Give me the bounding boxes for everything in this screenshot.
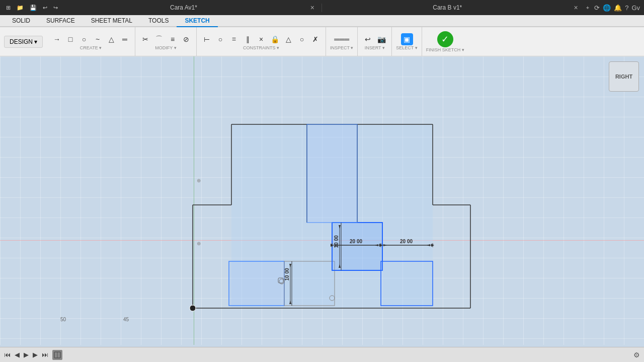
timeline-marker[interactable] [52, 350, 62, 360]
insert-tools: ↩ 📷 [362, 33, 387, 45]
equal-constraint[interactable]: = [228, 33, 240, 45]
dim-10-vert-center: 10 00 [334, 235, 339, 248]
undo-button[interactable]: ↩ [41, 4, 49, 12]
constraints-section: ⊢ ○ = ∥ × 🔒 △ ○ ✗ CONSTRAINTS ▾ [197, 27, 326, 56]
tab-surface[interactable]: SURFACE [38, 15, 83, 27]
break-tool[interactable]: ⊘ [180, 33, 192, 45]
left-window-title: Cara Av1* [62, 4, 305, 11]
rect-tool[interactable]: □ [64, 33, 76, 45]
right-window-close[interactable]: × [571, 4, 581, 12]
insert-image-tool[interactable]: ↩ [362, 33, 374, 45]
create-label: CREATE ▾ [80, 45, 102, 50]
browse-icon[interactable]: 🌐 [603, 4, 611, 12]
select-section: ▣ SELECT ▾ [392, 27, 422, 56]
constraints-label: CONSTRAINTS ▾ [243, 45, 279, 50]
insert-label: INSERT ▾ [365, 45, 385, 50]
offset-tool[interactable]: ≡ [167, 33, 179, 45]
svg-text:⊕: ⊕ [197, 178, 201, 183]
inspect-tools: ═══ [336, 33, 348, 45]
sketch-svg: ⊕ ⊕ [0, 56, 644, 345]
line-tool[interactable]: → [51, 33, 63, 45]
parallel-constraint[interactable]: ∥ [242, 33, 254, 45]
svg-rect-11 [229, 261, 284, 306]
play-button[interactable]: ▶ [24, 351, 29, 358]
inspect-label: INSPECT ▾ [330, 45, 353, 50]
circle-tool[interactable]: ○ [78, 33, 90, 45]
title-bar: ⊞ 📁 💾 ↩ ↪ Cara Av1* × Cara B v1* × + ⟳ 🌐… [0, 0, 644, 15]
app-grid-button[interactable]: ⊞ [4, 4, 13, 12]
smooth-constraint[interactable]: ○ [296, 33, 308, 45]
trim-tool[interactable]: ✂ [139, 33, 151, 45]
inspect-section: ═══ INSPECT ▾ [326, 27, 358, 56]
svg-rect-15 [307, 124, 357, 223]
nav-icons: × + ⟳ 🌐 🔔 ? Gv [571, 4, 640, 12]
tab-sketch[interactable]: SKETCH [177, 15, 217, 27]
help-icon[interactable]: ? [625, 4, 628, 12]
play-next-button[interactable]: ▶ [33, 351, 38, 358]
tab-solid[interactable]: SOLID [4, 15, 38, 27]
right-window-title: Cara B v1* [326, 4, 569, 11]
insert-dxf-tool[interactable]: 📷 [375, 33, 387, 45]
mirror-tool[interactable]: ═ [119, 33, 131, 45]
file-button[interactable]: 📁 [15, 4, 26, 12]
select-tools: ▣ [401, 33, 413, 45]
svg-point-37 [190, 305, 196, 311]
lock-constraint[interactable]: 🔒 [269, 33, 281, 45]
notification-icon[interactable]: 🔔 [614, 4, 622, 12]
select-tool[interactable]: ▣ [401, 33, 413, 45]
dim-20-right: 20 00 [400, 239, 413, 244]
finish-sketch-label: FINISH SKETCH ▾ [426, 47, 464, 52]
design-button[interactable]: DESIGN ▾ [4, 36, 43, 48]
axis-label-1: 50 [60, 317, 66, 322]
play-prev-button[interactable]: ◀ [15, 351, 20, 358]
fillet-tool[interactable]: ⌒ [153, 33, 165, 45]
tab-tools[interactable]: TOOLS [140, 15, 177, 27]
spline-tool[interactable]: ~ [92, 33, 104, 45]
finish-sketch-section: ✓ FINISH SKETCH ▾ [422, 27, 468, 56]
axis-label-2: 45 [123, 317, 129, 322]
finish-sketch-button[interactable]: ✓ [437, 31, 453, 47]
cursor-position [349, 288, 353, 292]
dim-10-vert-left: 10 00 [284, 268, 290, 280]
dim-20-left: 20 00 [350, 239, 362, 244]
add-tab-button[interactable]: + [584, 4, 591, 12]
sym-constraint[interactable]: ✗ [309, 33, 321, 45]
polygon-tool[interactable]: △ [105, 33, 117, 45]
main-toolbar: DESIGN ▾ → □ ○ ~ △ ═ CREATE ▾ ✂ ⌒ ≡ ⊘ MO… [0, 27, 644, 56]
bottom-bar: ⏮ ◀ ▶ ▶ ⏭ ⚙ [0, 347, 644, 362]
redo-button[interactable]: ↪ [51, 4, 60, 12]
sketch-tabs: SOLID SURFACE SHEET METAL TOOLS SKETCH [0, 15, 644, 27]
horizontal-constraint[interactable]: ⊢ [201, 33, 213, 45]
main-canvas[interactable]: RIGHT [0, 56, 644, 345]
play-last-button[interactable]: ⏭ [42, 351, 48, 358]
save-button[interactable]: 💾 [28, 4, 39, 12]
tangent-constraint[interactable]: △ [282, 33, 294, 45]
right-window: Cara B v1* × + ⟳ 🌐 🔔 ? Gv [322, 4, 644, 12]
modify-section: ✂ ⌒ ≡ ⊘ MODIFY ▾ [135, 27, 197, 56]
perp-constraint[interactable]: × [255, 33, 267, 45]
svg-rect-14 [381, 261, 433, 306]
modify-tools: ✂ ⌒ ≡ ⊘ [139, 33, 192, 45]
vertical-constraint[interactable]: ○ [214, 33, 226, 45]
measure-tool[interactable]: ═══ [336, 33, 348, 45]
refresh-icon[interactable]: ⟳ [594, 4, 600, 12]
select-label: SELECT ▾ [396, 45, 417, 50]
modify-label: MODIFY ▾ [155, 45, 176, 50]
constraints-tools: ⊢ ○ = ∥ × 🔒 △ ○ ✗ [201, 33, 321, 45]
left-window-close[interactable]: × [307, 4, 317, 12]
create-tools: → □ ○ ~ △ ═ [51, 33, 131, 45]
finish-tools: ✓ [437, 31, 453, 47]
svg-text:⊕: ⊕ [197, 241, 201, 246]
play-first-button[interactable]: ⏮ [4, 351, 11, 358]
left-window: ⊞ 📁 💾 ↩ ↪ Cara Av1* × [0, 4, 322, 12]
create-section: → □ ○ ~ △ ═ CREATE ▾ [47, 27, 135, 56]
settings-icon[interactable]: ⚙ [633, 351, 640, 359]
user-icon[interactable]: Gv [631, 4, 640, 12]
insert-section: ↩ 📷 INSERT ▾ [358, 27, 392, 56]
tab-sheet-metal[interactable]: SHEET METAL [83, 15, 140, 27]
